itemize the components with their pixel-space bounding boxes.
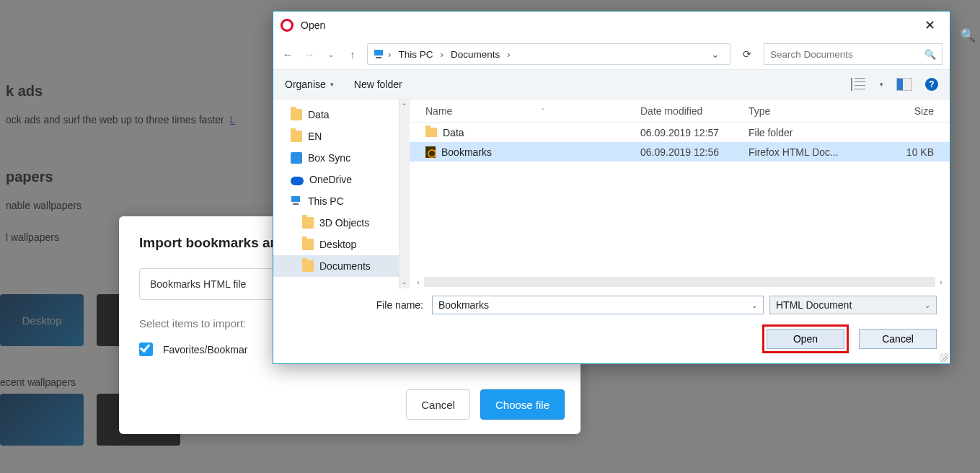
file-row[interactable]: Bookmarks06.09.2019 12:56Firefox HTML Do…	[410, 142, 950, 162]
file-open-dialog: Open ✕ ← → ⌄ ↑ This PC Documents ⌄ ⟳ 🔍 O…	[273, 11, 950, 364]
import-cancel-button[interactable]: Cancel	[406, 389, 470, 420]
preview-pane-icon[interactable]	[896, 78, 912, 91]
hscroll-track[interactable]	[424, 277, 935, 287]
file-date: 06.09.2019 12:56	[640, 146, 749, 158]
crumb-this-pc[interactable]: This PC	[396, 49, 436, 60]
cancel-button[interactable]: Cancel	[859, 329, 937, 349]
filter-value: HTML Document	[776, 299, 852, 311]
search-box[interactable]: 🔍	[764, 43, 943, 65]
folder-tree[interactable]: DataENBox SyncOneDriveThis PC3D ObjectsD…	[273, 100, 399, 288]
refresh-button[interactable]: ⟳	[738, 48, 756, 60]
history-dropdown[interactable]: ⌄	[324, 50, 338, 58]
col-name[interactable]: Nameˆ	[410, 105, 640, 117]
tree-item-desktop[interactable]: Desktop	[273, 234, 399, 255]
tree-label: Documents	[319, 260, 371, 272]
favorites-label: Favorites/Bookmar	[163, 344, 247, 355]
tree-label: This PC	[308, 195, 344, 207]
folder-icon	[291, 109, 302, 120]
folder-icon	[302, 239, 314, 250]
resize-grip[interactable]	[940, 353, 948, 362]
close-button[interactable]: ✕	[917, 14, 943, 36]
html-icon	[425, 146, 436, 158]
tree-scrollbar[interactable]: ⌃ ⌄	[399, 100, 410, 288]
dialog-title: Open	[301, 19, 917, 31]
import-source-value: Bookmarks HTML file	[150, 278, 246, 290]
tree-item-en[interactable]: EN	[273, 125, 399, 147]
nav-row: ← → ⌄ ↑ This PC Documents ⌄ ⟳ 🔍	[273, 39, 950, 69]
box-icon	[291, 152, 302, 164]
column-headers[interactable]: Nameˆ Date modified Type Size	[410, 100, 950, 123]
tree-label: 3D Objects	[319, 217, 369, 229]
pc-icon	[374, 49, 384, 59]
tree-item-data[interactable]: Data	[273, 104, 399, 125]
tree-item-this-pc[interactable]: This PC	[273, 190, 399, 212]
up-button[interactable]: ↑	[345, 48, 360, 61]
file-row[interactable]: Data06.09.2019 12:57File folder	[410, 123, 950, 142]
filename-label: File name:	[286, 299, 426, 311]
file-name: Data	[443, 127, 464, 138]
file-name: Bookmarks	[441, 146, 492, 158]
open-button-highlight: Open	[762, 324, 849, 353]
back-button[interactable]: ←	[281, 48, 295, 61]
col-date[interactable]: Date modified	[640, 105, 749, 117]
col-type[interactable]: Type	[749, 105, 857, 117]
folder-icon	[425, 128, 437, 137]
breadcrumb[interactable]: This PC Documents ⌄	[367, 43, 730, 65]
titlebar: Open ✕	[273, 12, 950, 39]
favorites-checkbox[interactable]	[139, 342, 153, 356]
dialog-footer: File name: Bookmarks ⌄ HTML Document ⌄ O…	[273, 288, 950, 363]
tree-item-documents[interactable]: Documents	[273, 255, 399, 277]
col-size[interactable]: Size	[857, 105, 950, 117]
file-size: 10 KB	[857, 146, 950, 158]
cloud-icon	[291, 177, 304, 185]
filter-dropdown[interactable]: ⌄	[924, 301, 930, 309]
search-icon-inner[interactable]: 🔍	[924, 49, 936, 60]
hscroll-left[interactable]: ‹	[412, 278, 424, 286]
tree-label: EN	[308, 131, 322, 142]
tree-label: Desktop	[319, 239, 356, 250]
hscroll-right[interactable]: ›	[935, 278, 947, 286]
filename-value: Bookmarks	[438, 299, 489, 311]
file-type: Firefox HTML Doc...	[749, 146, 857, 158]
new-folder-button[interactable]: New folder	[354, 79, 402, 90]
tree-scroll-up[interactable]: ⌃	[402, 102, 407, 110]
breadcrumb-dropdown[interactable]: ⌄	[711, 48, 724, 60]
tree-item-onedrive[interactable]: OneDrive	[273, 169, 399, 190]
tree-label: OneDrive	[309, 174, 352, 185]
help-icon[interactable]: ?	[925, 78, 938, 91]
pc-icon	[291, 195, 302, 207]
tree-label: Box Sync	[308, 152, 350, 164]
folder-icon	[291, 131, 302, 142]
folder-icon	[302, 217, 314, 229]
file-type-filter[interactable]: HTML Document ⌄	[769, 296, 937, 314]
file-listing: Nameˆ Date modified Type Size Data06.09.…	[410, 100, 950, 288]
forward-button[interactable]: →	[302, 48, 317, 61]
tree-item-3d-objects[interactable]: 3D Objects	[273, 212, 399, 234]
crumb-documents[interactable]: Documents	[448, 49, 503, 60]
search-icon[interactable]: 🔍	[960, 27, 976, 43]
choose-file-button[interactable]: Choose file	[480, 389, 565, 420]
filename-dropdown[interactable]: ⌄	[751, 301, 757, 309]
open-button[interactable]: Open	[767, 329, 844, 349]
tree-scroll-down[interactable]: ⌄	[402, 278, 407, 286]
file-type: File folder	[749, 127, 857, 138]
file-date: 06.09.2019 12:57	[640, 127, 749, 138]
view-mode-icon[interactable]	[851, 78, 867, 91]
search-input[interactable]	[770, 49, 920, 60]
opera-icon	[281, 19, 293, 32]
organise-menu[interactable]: Organise	[285, 79, 334, 90]
h-scrollbar[interactable]: ‹ ›	[410, 275, 950, 288]
filename-input[interactable]: Bookmarks ⌄	[432, 296, 764, 314]
toolbar: Organise New folder ▾ ?	[273, 69, 950, 100]
tree-item-box-sync[interactable]: Box Sync	[273, 147, 399, 169]
tree-label: Data	[308, 109, 330, 120]
folder-icon	[302, 260, 314, 272]
view-mode-dropdown[interactable]: ▾	[880, 81, 883, 88]
